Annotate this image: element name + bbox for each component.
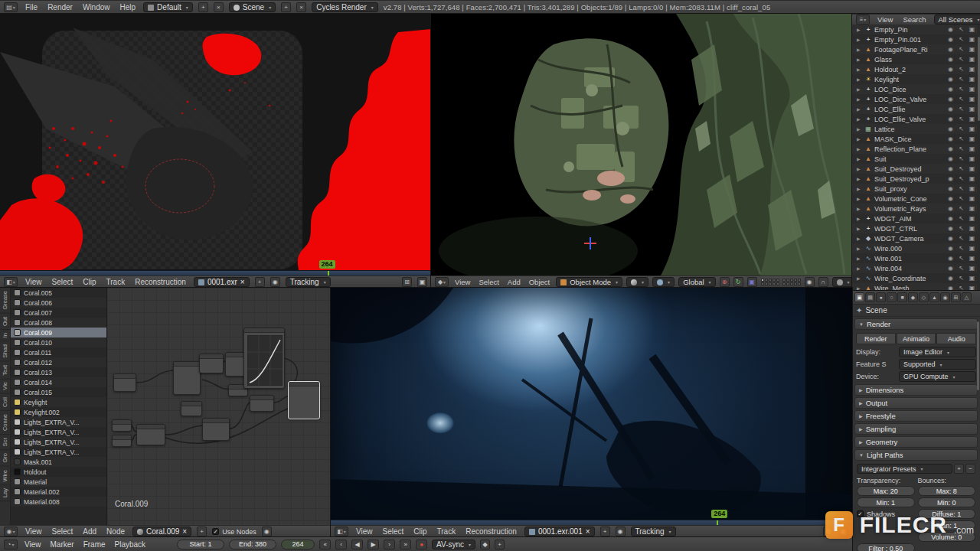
snap-magnet-icon[interactable]: ∩ — [818, 277, 828, 287]
outliner-row[interactable]: ▶ Suit_Destroyed ◉ ↖ ▣ — [852, 164, 978, 174]
restrict-select-icon[interactable]: ↖ — [957, 165, 965, 172]
clip-datablock-field[interactable]: 0001.exr × — [194, 277, 250, 287]
node-tree-list-item[interactable]: Coral.009 — [11, 328, 106, 337]
layout-close-icon[interactable]: × — [214, 2, 224, 12]
clip-menu-item[interactable]: View — [23, 278, 44, 286]
view-options-icon[interactable]: ⊞ — [402, 277, 412, 287]
expand-icon[interactable]: ▶ — [857, 96, 862, 102]
restrict-view-icon[interactable]: ◉ — [946, 145, 955, 152]
tab-render-icon[interactable]: ▣ — [854, 292, 864, 302]
clip-scrubber[interactable] — [0, 270, 431, 276]
clip-mode-selector[interactable]: Tracking — [631, 527, 676, 536]
expand-icon[interactable]: ▶ — [857, 47, 862, 52]
toolshelf-tab[interactable]: Coll — [0, 394, 10, 411]
node[interactable] — [199, 354, 224, 373]
restrict-view-icon[interactable]: ◉ — [946, 36, 955, 43]
mode-selector[interactable]: Object Mode — [556, 277, 622, 287]
clip-new-icon[interactable]: + — [600, 527, 610, 536]
node-tree-list-item[interactable]: Coral.005 — [11, 288, 106, 298]
render-engine-selector[interactable]: Cycles Render — [312, 2, 378, 12]
topbar-menu-item[interactable]: File — [23, 3, 40, 11]
transform-orientation-selector[interactable]: Global — [678, 277, 715, 287]
restrict-select-icon[interactable]: ↖ — [957, 145, 965, 152]
restrict-select-icon[interactable]: ↖ — [957, 185, 965, 192]
outliner-row[interactable]: ▶ Glass ◉ ↖ ▣ — [852, 54, 978, 64]
restrict-render-icon[interactable]: ▣ — [968, 155, 976, 162]
panel-render[interactable]: ▼ Render — [854, 318, 978, 330]
topbar-menu-item[interactable]: Render — [45, 3, 75, 11]
restrict-render-icon[interactable]: ▣ — [968, 175, 976, 182]
restrict-render-icon[interactable]: ▣ — [968, 46, 976, 53]
play-icon[interactable]: ▶ — [368, 540, 379, 549]
expand-icon[interactable]: ▶ — [857, 285, 862, 291]
frame-end-field[interactable]: End: 380 — [229, 540, 276, 549]
restrict-select-icon[interactable]: ↖ — [957, 135, 965, 142]
layout-add-icon[interactable]: + — [198, 2, 208, 12]
outliner-row[interactable]: ▶ Wire_Mesh ◉ ↖ ▣ — [852, 283, 978, 291]
expand-icon[interactable]: ▶ — [857, 186, 862, 191]
tab-render-layers-icon[interactable]: ▤ — [865, 292, 875, 302]
node[interactable] — [113, 373, 136, 392]
node-tree-list-item[interactable]: Mask.001 — [11, 457, 106, 467]
node-tree-list-item[interactable]: Material.008 — [11, 497, 106, 507]
preset-add-icon[interactable]: + — [954, 464, 964, 474]
transparency-max-field[interactable]: Max: 20 — [857, 486, 915, 496]
viewport-shading-selector[interactable] — [626, 277, 648, 287]
node-canvas[interactable]: Coral.009 — [107, 288, 331, 525]
editor-type-info-icon[interactable]: ▤ — [4, 2, 18, 12]
outliner-row[interactable]: ▶ Holdout_2 ◉ ↖ ▣ — [852, 64, 978, 74]
pin-icon[interactable]: ◉ — [262, 527, 272, 536]
clip-menu-item[interactable]: Reconstruction — [463, 527, 519, 536]
restrict-view-icon[interactable]: ◉ — [946, 76, 955, 83]
tab-material-icon[interactable]: ◉ — [940, 292, 950, 302]
restrict-render-icon[interactable]: ▣ — [968, 36, 976, 43]
restrict-render-icon[interactable]: ▣ — [968, 235, 976, 242]
viewport-canvas[interactable] — [431, 14, 852, 276]
restrict-view-icon[interactable]: ◉ — [946, 165, 955, 172]
manipulator-translate-icon[interactable]: ⊕ — [720, 277, 730, 287]
expand-icon[interactable]: ▶ — [857, 37, 862, 42]
expand-icon[interactable]: ▶ — [857, 276, 862, 281]
tab-physics-icon[interactable]: △ — [962, 292, 972, 302]
tab-object-icon[interactable]: ■ — [897, 292, 907, 302]
toolshelf-tab[interactable]: In — [0, 330, 10, 341]
next-keyframe-icon[interactable]: › — [384, 540, 395, 549]
outliner-row[interactable]: ▶ Wire_Coordinate ◉ ↖ ▣ — [852, 273, 978, 283]
pivot-point-selector[interactable] — [652, 277, 675, 287]
expand-icon[interactable]: ▶ — [857, 27, 862, 32]
collapsed-panel-header[interactable]: ▶ Sampling — [854, 423, 978, 435]
clip-mode-selector[interactable]: Tracking — [286, 277, 331, 287]
tab-constraints-icon[interactable]: ◆ — [908, 292, 918, 302]
outliner-row[interactable]: ▶ Empty_Pin ◉ ↖ ▣ — [852, 24, 978, 34]
restrict-view-icon[interactable]: ◉ — [946, 275, 955, 282]
clip-menu-item[interactable]: Select — [381, 527, 407, 536]
topbar-menu-item[interactable]: Window — [80, 3, 113, 11]
av-sync-selector[interactable]: AV-sync — [432, 540, 475, 549]
rgb-curves-node[interactable] — [243, 328, 285, 389]
outliner-row[interactable]: ▶ LOC_Ellie_Valve ◉ ↖ ▣ — [852, 114, 978, 124]
prev-keyframe-icon[interactable]: ‹ — [335, 540, 347, 549]
outliner-row[interactable]: ▶ WDGT_AIM ◉ ↖ ▣ — [852, 214, 978, 223]
restrict-render-icon[interactable]: ▣ — [968, 245, 976, 252]
timeline-menu-item[interactable]: View — [22, 540, 44, 549]
toolshelf-tab[interactable]: Vie — [0, 379, 10, 394]
outliner-row[interactable]: ▶ MASK_Dice ◉ ↖ ▣ — [852, 134, 978, 144]
restrict-select-icon[interactable]: ↖ — [957, 265, 965, 272]
restrict-view-icon[interactable]: ◉ — [946, 225, 955, 232]
restrict-select-icon[interactable]: ↖ — [957, 56, 965, 63]
toolshelf-tab[interactable]: Out — [0, 314, 10, 330]
clip-menu-item[interactable]: Clip — [411, 527, 429, 536]
restrict-render-icon[interactable]: ▣ — [968, 135, 976, 142]
clip-unlink-icon[interactable]: × — [240, 278, 245, 286]
restrict-render-icon[interactable]: ▣ — [968, 66, 976, 73]
restrict-select-icon[interactable]: ↖ — [957, 245, 965, 252]
node-tree-list-item[interactable]: Material.002 — [11, 487, 106, 497]
pin-icon[interactable]: ◉ — [270, 277, 280, 287]
viewport-menu-item[interactable]: View — [452, 278, 472, 286]
restrict-render-icon[interactable]: ▣ — [968, 225, 976, 232]
node-menu-item[interactable]: Add — [80, 527, 99, 536]
clip-menu-item[interactable]: View — [354, 527, 375, 536]
restrict-select-icon[interactable]: ↖ — [957, 76, 965, 83]
snap-element-selector[interactable] — [832, 277, 852, 287]
timeline-menu-item[interactable]: Marker — [48, 540, 77, 549]
